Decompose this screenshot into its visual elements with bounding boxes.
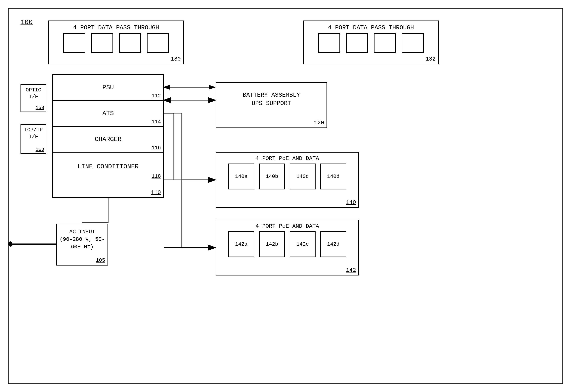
- port-box-132-2: [346, 33, 368, 53]
- box-105-text: AC INPUT(90-280 v, 50-60+ Hz): [57, 224, 108, 251]
- port-box-130-3: [119, 33, 141, 53]
- box-150-ref: 150: [36, 105, 44, 110]
- box-140-ref: 140: [346, 199, 356, 205]
- ats-ref: 114: [152, 119, 161, 125]
- port-140b: 140b: [259, 163, 285, 189]
- box-150-text: OPTICI/F: [21, 85, 46, 100]
- box-130-ref: 130: [171, 56, 181, 62]
- box-110-ref: 110: [151, 189, 161, 196]
- psu-ref: 112: [152, 93, 161, 99]
- port-box-132-3: [374, 33, 396, 53]
- port-140a: 140a: [228, 163, 254, 189]
- box-120-ref: 120: [314, 120, 324, 126]
- row-ats: ATS 114: [53, 101, 163, 127]
- linecond-ref: 118: [152, 173, 161, 179]
- box-110: PSU 112 ATS 114 CHARGER 116 LINE CONDITI…: [52, 74, 164, 198]
- port-box-132-1: [318, 33, 340, 53]
- box-120: BATTERY ASSEMBLYUPS SUPPORT 120: [216, 82, 327, 128]
- box-160-ref: 160: [36, 147, 44, 152]
- charger-ref: 116: [152, 145, 161, 151]
- row-psu: PSU 112: [53, 75, 163, 101]
- box-130: 4 PORT DATA PASS THROUGH 130: [48, 20, 184, 64]
- port-142a: 142a: [228, 231, 254, 257]
- ats-label: ATS: [102, 110, 114, 117]
- box-140-ports: 140a 140b 140c 140d: [216, 163, 358, 189]
- box-120-text: BATTERY ASSEMBLYUPS SUPPORT: [216, 83, 327, 108]
- port-box-130-1: [63, 33, 85, 53]
- port-142c: 142c: [290, 231, 315, 257]
- psu-label: PSU: [102, 84, 114, 91]
- box-132-title: 4 PORT DATA PASS THROUGH: [304, 21, 438, 33]
- port-box-130-2: [91, 33, 113, 53]
- box-140: 4 PORT PoE AND DATA 140a 140b 140c 140d …: [216, 152, 359, 208]
- label-100: 100: [20, 18, 33, 26]
- box-132-ports: [304, 33, 438, 53]
- box-140-title: 4 PORT PoE AND DATA: [216, 153, 358, 163]
- port-box-132-4: [402, 33, 424, 53]
- row-linecond: LINE CONDITIONER 118: [53, 153, 163, 180]
- input-dot: [9, 241, 12, 245]
- box-160-text: TCP/IPI/F: [21, 125, 46, 140]
- box-142-ref: 142: [346, 267, 356, 273]
- box-160: TCP/IPI/F 160: [20, 124, 46, 154]
- box-105-ref: 105: [96, 257, 105, 263]
- box-130-title: 4 PORT DATA PASS THROUGH: [49, 21, 183, 33]
- box-132: 4 PORT DATA PASS THROUGH 132: [303, 20, 439, 64]
- charger-label: CHARGER: [95, 136, 121, 143]
- box-142-ports: 142a 142b 142c 142d: [216, 231, 358, 257]
- port-142d: 142d: [320, 231, 346, 257]
- port-142b: 142b: [259, 231, 285, 257]
- port-140d: 140d: [320, 163, 346, 189]
- port-box-130-4: [147, 33, 169, 53]
- port-140c: 140c: [290, 163, 315, 189]
- diagram-container: 100 4 PORT DATA PASS THROUGH 130 4 PORT …: [8, 8, 563, 384]
- box-142-title: 4 PORT PoE AND DATA: [216, 220, 358, 231]
- box-130-ports: [49, 33, 183, 53]
- box-105: AC INPUT(90-280 v, 50-60+ Hz) 105: [56, 224, 108, 265]
- box-132-ref: 132: [426, 56, 436, 62]
- row-charger: CHARGER 116: [53, 127, 163, 153]
- box-142: 4 PORT PoE AND DATA 142a 142b 142c 142d …: [216, 220, 359, 276]
- linecond-label: LINE CONDITIONER: [77, 163, 139, 170]
- box-150: OPTICI/F 150: [20, 84, 46, 112]
